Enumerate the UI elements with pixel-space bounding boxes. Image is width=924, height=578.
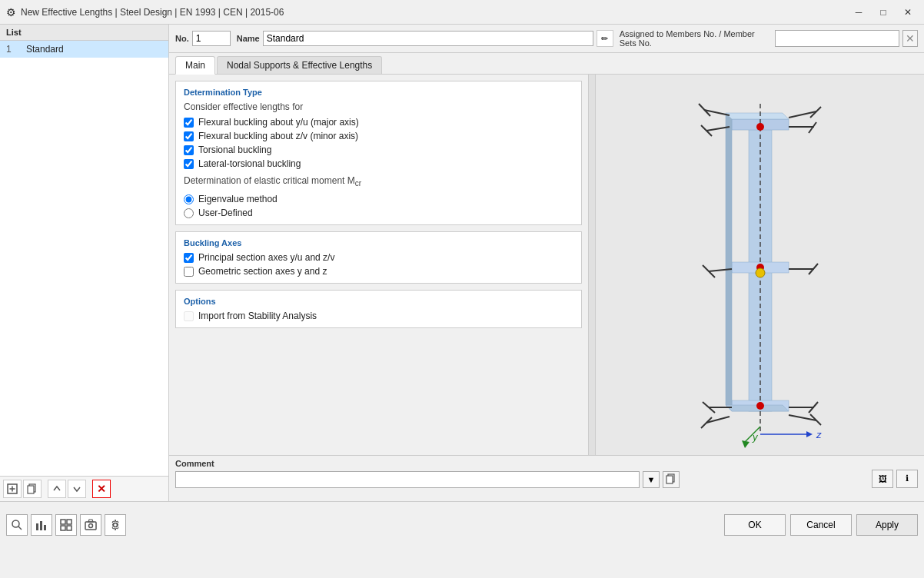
svg-point-17 [756,402,764,410]
elastic-label: Determination of elastic critical moment… [184,175,573,188]
tabs-bar: Main Nodal Supports & Effective Lengths [169,53,924,75]
ok-button[interactable]: OK [724,514,786,536]
svg-point-15 [756,123,764,131]
info-button[interactable]: ℹ [896,470,918,488]
delete-item-button[interactable]: ✕ [92,480,111,498]
options-title: Options [184,297,573,306]
apply-button[interactable]: Apply [856,514,918,536]
cb-principal-axes-label: Principal section axes y/u and z/v [198,252,334,263]
comment-left: Comment ▼ [169,456,686,501]
camera-tool-button[interactable] [80,514,101,536]
determination-type-section: Determination Type Consider effective le… [175,81,582,225]
cb-flexural-y-label: Flexural buckling about y/u (major axis) [198,117,359,128]
svg-marker-12 [726,113,789,119]
form-area: Determination Type Consider effective le… [169,75,588,455]
radio-user-defined[interactable]: User-Defined [184,208,573,218]
settings-tool-button[interactable] [105,514,126,536]
comment-label: Comment [175,459,680,468]
content-body: Determination Type Consider effective le… [169,75,924,455]
cb-geometric-axes[interactable]: Geometric section axes y and z [184,266,573,277]
assigned-label: Assigned to Members No. / Member Sets No… [620,29,772,48]
move-up-button[interactable] [48,480,66,498]
svg-rect-56 [85,522,96,530]
stats-tool-button[interactable] [31,514,52,536]
search-tool-button[interactable] [6,514,28,536]
minimize-button[interactable]: ─ [849,4,869,21]
no-label: No. [175,34,189,43]
buckling-axes-title: Buckling Axes [184,238,573,247]
list-item-name: Standard [26,44,64,55]
column-svg: y z [641,75,879,455]
cb-import-stability-label: Import from Stability Analysis [198,311,317,321]
radio-eigenvalue-input[interactable] [184,194,194,204]
cancel-button[interactable]: Cancel [790,514,852,536]
cb-principal-axes[interactable]: Principal section axes y/u and z/v [184,252,573,263]
tab-main[interactable]: Main [175,56,215,75]
buckling-axes-section: Buckling Axes Principal section axes y/u… [175,231,582,284]
name-input[interactable] [263,31,593,46]
svg-rect-49 [36,523,38,530]
svg-rect-55 [67,526,71,530]
comment-dropdown-button[interactable]: ▼ [643,471,660,488]
list-content: 1 Standard [0,41,168,476]
cb-torsional[interactable]: Torsional buckling [184,144,573,155]
cb-lateral-torsional[interactable]: Lateral-torsional buckling [184,158,573,169]
titlebar: ⚙ New Effective Lengths | Steel Design |… [0,0,924,25]
photo-button[interactable]: 🖼 [872,470,893,488]
visualization-area: y z [596,75,924,455]
cb-lateral-torsional-input[interactable] [184,159,194,169]
radio-eigenvalue[interactable]: Eigenvalue method [184,194,573,204]
assigned-group: Assigned to Members No. / Member Sets No… [620,29,918,48]
cb-flexural-z-input[interactable] [184,131,194,141]
dialog-buttons: OK Cancel Apply [724,514,918,536]
radio-user-defined-input[interactable] [184,208,194,218]
buckling-axes-checkboxes: Principal section axes y/u and z/v Geome… [184,252,573,277]
no-field-group: No. [175,31,231,46]
content-panel: No. Name ✏ Assigned to Members No. / Mem… [169,25,924,501]
bottom-toolbar [6,514,126,536]
radio-user-defined-label: User-Defined [198,208,253,218]
svg-point-57 [89,523,93,527]
list-toolbar: ✕ [0,476,168,501]
cb-import-stability-input[interactable] [184,311,194,321]
svg-rect-51 [44,525,46,530]
close-button[interactable]: ✕ [898,4,918,21]
name-label: Name [237,34,260,43]
top-section: List 1 Standard [0,25,924,501]
svg-text:z: z [816,429,822,440]
edit-name-button[interactable]: ✏ [597,30,613,47]
clear-assigned-button[interactable]: ✕ [902,30,918,47]
consider-label: Consider effective lengths for [184,101,573,112]
svg-rect-50 [40,521,42,530]
cb-flexural-y-input[interactable] [184,118,194,128]
options-section: Options Import from Stability Analysis [175,290,582,328]
maximize-button[interactable]: □ [873,4,893,21]
tab-nodal[interactable]: Nodal Supports & Effective Lengths [217,56,382,74]
comment-copy-button[interactable] [663,471,680,488]
svg-line-48 [18,527,22,530]
cb-lateral-torsional-label: Lateral-torsional buckling [198,158,301,169]
comment-input-row: ▼ [175,471,680,488]
svg-rect-4 [28,486,34,493]
cb-import-stability[interactable]: Import from Stability Analysis [184,311,573,321]
cb-principal-axes-input[interactable] [184,253,194,263]
no-input[interactable] [192,31,231,46]
cb-geometric-axes-input[interactable] [184,267,194,277]
new-item-button[interactable] [3,480,22,498]
move-down-button[interactable] [68,480,86,498]
list-item-num: 1 [6,44,22,55]
cb-flexural-z[interactable]: Flexural buckling about z/v (minor axis) [184,131,573,141]
bottom-bar: OK Cancel Apply [0,501,924,547]
name-field-group: Name ✏ [237,30,613,47]
list-panel: List 1 Standard [0,25,169,501]
comment-input[interactable] [175,471,640,488]
cb-flexural-y[interactable]: Flexural buckling about y/u (major axis) [184,117,573,128]
determination-type-title: Determination Type [184,88,573,97]
assigned-input[interactable] [775,30,899,47]
cb-torsional-input[interactable] [184,145,194,155]
copy-item-button[interactable] [23,480,42,498]
elastic-radios: Eigenvalue method User-Defined [184,194,573,218]
comment-section: Comment ▼ 🖼 ℹ [169,455,924,501]
grid-tool-button[interactable] [55,514,77,536]
list-item[interactable]: 1 Standard [0,41,168,58]
